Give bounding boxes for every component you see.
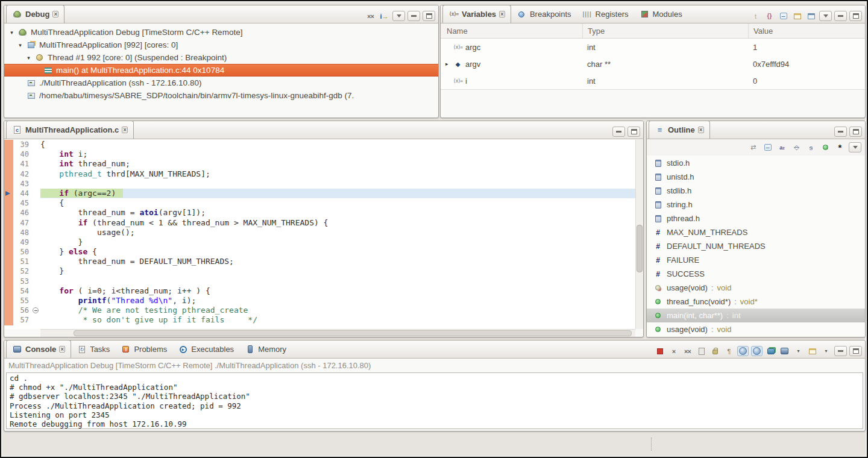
tab-editor-file[interactable]: c MultiThreadApplication.c × (6, 121, 134, 139)
fold-column[interactable] (31, 257, 40, 266)
new-view-arrow-button[interactable]: ▾ (820, 346, 832, 356)
gutter-annotation-column[interactable] (4, 149, 13, 159)
scroll-lock-button[interactable] (709, 346, 721, 356)
terminate-button[interactable] (654, 346, 665, 356)
collapse-all-button[interactable]: – (778, 11, 789, 21)
outline-item[interactable]: main(int, char**) : int (647, 309, 865, 322)
minimize-button[interactable] (612, 127, 625, 137)
line-number[interactable]: 40 (13, 149, 31, 159)
gutter-annotation-column[interactable] (4, 169, 13, 179)
editor-horizontal-scrollbar[interactable] (40, 329, 635, 337)
fold-column[interactable] (31, 277, 40, 286)
line-number[interactable]: 48 (13, 228, 31, 237)
code-line[interactable]: 43 (4, 179, 635, 189)
line-number[interactable]: 44 (13, 189, 31, 198)
pin-stdout-button[interactable] (751, 346, 763, 356)
gutter-annotation-column[interactable] (4, 286, 13, 296)
line-number[interactable]: 43 (13, 179, 31, 189)
code-text[interactable]: if (argc==2) (40, 189, 635, 198)
code-line[interactable]: 55 printf("Thread %d\n", i); (4, 296, 635, 306)
console-output[interactable]: cd .# chmod +x "./MultiThreadApplication… (6, 372, 863, 429)
gutter-annotation-column[interactable] (4, 247, 13, 257)
code-line[interactable]: 52 } (4, 266, 635, 276)
gutter-annotation-column[interactable] (4, 198, 13, 208)
code-text[interactable]: usage(); (40, 228, 635, 237)
tab-variables[interactable]: (x)=Variables× (442, 5, 511, 23)
code-line[interactable]: 42 pthread_t thrd[MAX_NUM_THREADS]; (4, 169, 635, 179)
view-menu-button[interactable] (392, 11, 405, 21)
code-line[interactable]: 56 /* We are not testing pthread_create (4, 306, 635, 315)
line-number[interactable]: 49 (13, 237, 31, 247)
line-number[interactable]: 57 (13, 315, 31, 325)
outline-item[interactable]: usage(void) : void (647, 281, 865, 295)
line-number[interactable]: 51 (13, 257, 31, 266)
code-line[interactable]: 51 thread_num = DEFAULT_NUM_THREADS; (4, 257, 635, 266)
display-console-button[interactable] (765, 346, 776, 356)
code-line[interactable]: 49 } (4, 237, 635, 247)
debug-tree-row[interactable]: ▾Thread #1 992 [core: 0] (Suspended : Br… (4, 51, 438, 64)
outline-item[interactable]: #DEFAULT_NUM_THREADS (647, 239, 865, 253)
line-number[interactable]: 52 (13, 266, 31, 276)
remove-all-terminated-button[interactable]: ×× (682, 346, 693, 356)
line-number[interactable]: 39 (13, 140, 31, 149)
console-select-button[interactable] (779, 346, 790, 356)
editor-vertical-scrollbar[interactable] (635, 140, 643, 329)
column-header-type[interactable]: Type (582, 24, 748, 38)
console-select-arrow-button[interactable]: ▾ (793, 346, 804, 356)
minimize-button[interactable] (834, 127, 847, 137)
outline-item[interactable]: stdio.h (647, 156, 865, 170)
code-line[interactable]: 48 usage(); (4, 228, 635, 237)
tab-memory[interactable]: Memory (239, 340, 292, 358)
fold-column[interactable] (31, 218, 40, 228)
code-line[interactable]: 57 * so don't give up if it fails */ (4, 315, 635, 325)
gutter-annotation-column[interactable] (4, 140, 13, 149)
gutter-annotation-column[interactable] (4, 218, 13, 228)
tab-modules[interactable]: Modules (634, 5, 688, 23)
code-text[interactable]: printf("Thread %d\n", i); (40, 296, 635, 306)
fold-column[interactable] (31, 198, 40, 208)
outline-item[interactable]: string.h (647, 198, 865, 212)
source-editor[interactable]: 39{40 int i;41 int thread_num;42 pthread… (4, 140, 635, 329)
code-text[interactable]: int thread_num; (40, 159, 635, 169)
maximize-button[interactable] (849, 127, 862, 137)
code-text[interactable]: } (40, 266, 635, 276)
close-icon[interactable]: × (59, 346, 65, 353)
code-text[interactable]: if (thread_num < 1 && thread_num > MAX_N… (40, 218, 635, 228)
line-number[interactable]: 42 (13, 169, 31, 179)
line-number[interactable]: 41 (13, 159, 31, 169)
variables-row[interactable]: ▸◆argvchar **0x7efffd94 (441, 55, 865, 72)
tree-expander-icon[interactable]: ▸ (445, 61, 450, 67)
gutter-annotation-column[interactable] (4, 228, 13, 237)
tab-tasks[interactable]: Tasks (71, 340, 115, 358)
fold-column[interactable] (31, 189, 40, 198)
code-text[interactable]: thread_num = DEFAULT_NUM_THREADS; (40, 257, 635, 266)
variables-row[interactable]: ▸(x)=argcint1 (441, 39, 865, 55)
close-icon[interactable]: × (122, 127, 128, 133)
fold-column[interactable] (31, 149, 40, 159)
code-text[interactable]: { (40, 198, 635, 208)
code-line[interactable]: 53 (4, 277, 635, 286)
code-line[interactable]: 45 { (4, 198, 635, 208)
code-line[interactable]: 46 thread_num = atoi(argv[1]); (4, 208, 635, 218)
gutter-annotation-column[interactable] (4, 296, 13, 306)
fold-column[interactable] (31, 247, 40, 257)
fold-column[interactable] (31, 237, 40, 247)
code-line[interactable]: 40 int i; (4, 149, 635, 159)
maximize-button[interactable] (423, 11, 435, 21)
gutter-annotation-column[interactable] (4, 306, 13, 315)
line-number[interactable]: 54 (13, 286, 31, 296)
column-header-name[interactable]: Name (441, 27, 582, 36)
outline-item[interactable]: #FAILURE (647, 253, 865, 267)
fold-column[interactable] (31, 306, 40, 315)
gutter-annotation-column[interactable] (4, 257, 13, 266)
restart-button[interactable]: i→ (379, 11, 390, 21)
line-number[interactable]: 53 (13, 277, 31, 286)
code-text[interactable]: * so don't give up if it fails */ (40, 315, 635, 325)
new-view-button[interactable] (807, 346, 818, 356)
remove-launch-button[interactable]: × (668, 346, 679, 356)
maximize-button[interactable] (849, 11, 862, 21)
pin-console-button[interactable] (737, 346, 749, 356)
line-number[interactable]: 50 (13, 247, 31, 257)
code-line[interactable]: 39{ (4, 140, 635, 149)
minimize-button[interactable] (834, 346, 847, 356)
